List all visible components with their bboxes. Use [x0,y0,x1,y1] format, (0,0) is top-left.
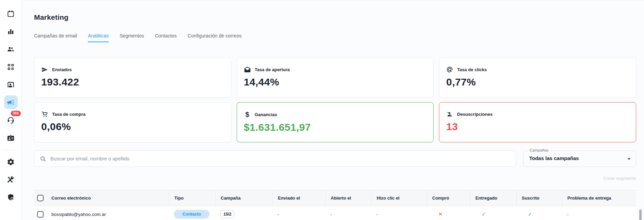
table-row[interactable]: bossipablo@yahoo.com.ar Contacto 15/2 - … [34,206,636,220]
tab-segmentos[interactable]: Segmentos [120,33,144,42]
stat-label: Tasa de clicks [457,67,487,72]
contact-card-icon [7,81,15,89]
cart-icon [41,111,48,118]
contacts-table: Correo electrónico Tipo Campaña Enviado … [34,190,636,220]
col-entregado: Entregado [470,190,516,206]
col-problema-de-entrega: Problema de entrega [562,190,636,206]
col-suscrito: Suscrito [516,190,562,206]
qr-code-icon [7,63,15,71]
tools-icon [7,176,15,184]
sidebar-item-tools[interactable] [4,173,18,186]
stat-label: Enviados [52,67,72,72]
col-correo-electronico: Correo electrónico [46,190,169,206]
sidebar-item-qr[interactable] [4,60,18,74]
tipo-badge: Contacto [174,210,209,219]
stat-card-tasa-compra: Tasa de compra 0,06% [34,102,231,142]
col-compro: Compró [427,190,470,206]
stats-grid: Enviados 193.422 Tasa de apertura 14,44% [34,58,636,142]
col-abierto-el: Abierto el [325,190,371,206]
search-box[interactable] [34,151,516,167]
stat-value: 0,77% [446,76,629,88]
dollar-icon: $ [244,111,251,119]
search-icon [40,156,46,162]
main-content: Marketing Campañas de email Analiticas S… [22,0,644,220]
sidebar-item-contacts[interactable] [4,78,18,91]
gear-icon [7,158,15,166]
row-checkbox[interactable] [37,211,44,218]
cell-enviado-el: - [272,212,325,217]
stat-value: 193.422 [41,76,224,88]
col-hizo-clic-el: Hizo clic el [371,190,427,206]
col-enviado-el: Enviado el [272,190,325,206]
users-icon [7,45,15,53]
stat-value: 13 [446,121,629,132]
stat-value: 0,06% [41,121,224,132]
check-icon: ✓ [516,211,562,217]
table-scrollbar[interactable] [639,209,642,220]
create-segment-button[interactable]: Crear segmento [603,176,636,181]
tab-bar: Campañas de email Analiticas Segmentos C… [34,33,636,42]
notification-badge: 366 [11,111,21,116]
stat-label: Tasa de compra [52,112,85,117]
stat-card-ganancias: $ Ganancias $1.631.651,97 [237,102,434,142]
stat-label: Desuscripciones [457,112,492,117]
id-badge-icon [7,134,15,142]
check-icon: ✓ [470,211,516,217]
sidebar: 366 [0,0,22,220]
stat-label: Ganancias [255,112,277,117]
sidebar-divider [5,150,17,150]
calendar-icon [7,10,15,18]
cell-abierto-el: - [325,212,371,217]
sidebar-item-badge[interactable] [4,131,18,144]
filter-row: Campañas Todas las campañas [34,151,636,167]
shield-icon: e [7,193,15,201]
campana-badge: 15/2 [220,210,234,218]
cross-icon: ✕ [427,211,470,217]
stat-value: $1.631.651,97 [244,122,427,133]
megaphone-icon [7,98,15,106]
tab-analiticas[interactable]: Analiticas [88,33,109,42]
sidebar-item-support[interactable]: 366 [4,113,18,127]
svg-text:e: e [12,197,13,200]
app-window: 366 [0,0,644,220]
click-icon [446,66,453,73]
table-header: Correo electrónico Tipo Campaña Enviado … [34,190,636,206]
segment-row: Crear segmento [34,175,636,181]
sidebar-item-security[interactable]: e [4,190,18,204]
send-icon [41,66,48,73]
cell-email: bossipablo@yahoo.com.ar [46,212,169,217]
chevron-down-icon [627,158,631,160]
stat-card-desuscripciones: Desuscripciones 13 [439,102,636,142]
campaign-select-value: Todas las campañas [529,155,579,161]
page-title: Marketing [34,13,636,21]
stat-value: 14,44% [244,76,427,88]
headset-icon [7,116,15,124]
col-campana: Campaña [215,190,272,206]
open-envelope-icon [244,66,251,73]
stat-card-tasa-clicks: Tasa de clicks 0,77% [439,58,636,98]
stat-card-tasa-apertura: Tasa de apertura 14,44% [237,58,434,98]
stat-label: Tasa de apertura [255,67,290,72]
campaign-select-label: Campañas [528,148,550,152]
tab-contactos[interactable]: Contactos [155,33,177,42]
select-all-checkbox[interactable] [37,195,44,201]
sidebar-item-analytics[interactable] [4,25,18,38]
sidebar-item-settings[interactable] [4,155,18,169]
tab-campanas-de-email[interactable]: Campañas de email [34,33,77,42]
tab-configuracion-de-correos[interactable]: Configuración de correos [188,33,242,42]
cell-hizo-clic-el: - [371,212,427,217]
sidebar-item-marketing[interactable] [4,95,18,109]
sidebar-item-users[interactable] [4,42,18,56]
unsubscribe-icon [446,111,453,118]
sidebar-item-calendar[interactable] [4,7,18,20]
col-tipo: Tipo [169,190,215,206]
bar-chart-icon [7,28,15,35]
search-input[interactable] [50,156,511,161]
cell-problema-de-entrega: - [562,212,636,217]
campaign-select[interactable]: Campañas Todas las campañas [523,151,636,167]
stat-card-enviados: Enviados 193.422 [34,58,231,98]
